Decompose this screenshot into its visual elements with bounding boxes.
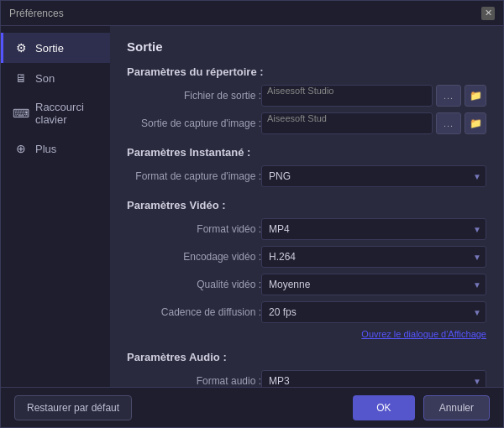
encodage-select-wrap: H.264 H.265 MPEG-4 ▼ [261,246,486,268]
affichage-link[interactable]: Ouvrez le dialogue d'Affichage [361,329,486,339]
encodage-select[interactable]: H.264 H.265 MPEG-4 [261,246,486,268]
section-audio: Paramètres Audio : [127,351,486,363]
close-button[interactable]: ✕ [481,7,495,20]
format-video-select[interactable]: MP4 MKV AVI [261,218,486,240]
sidebar-item-plus[interactable]: ⊕ Plus [1,133,110,164]
capture-path-row: Sortie de capture d'image : Aiseesoft St… [127,112,486,134]
encodage-row: Encodage vidéo : H.264 H.265 MPEG-4 ▼ [127,246,486,268]
sidebar-item-son[interactable]: 🖥 Son [1,63,110,93]
content-area: ⚙ Sortie 🖥 Son ⌨ Raccourci clavier ⊕ Plu… [1,26,503,387]
format-audio-control: MP3 AAC WAV ▼ [261,370,486,387]
qualite-video-label: Qualité vidéo : [127,279,261,290]
format-audio-row: Format audio : MP3 AAC WAV ▼ [127,370,486,387]
cadence-control: 20 fps 24 fps 30 fps 60 fps ▼ [261,301,486,323]
format-video-control: MP4 MKV AVI ▼ [261,218,486,240]
fichier-control: Aiseesoft Studio ... 📁 [261,85,486,107]
capture-label: Sortie de capture d'image : [127,117,261,129]
preferences-window: Préférences ✕ ⚙ Sortie 🖥 Son ⌨ Raccourci… [0,0,504,428]
affichage-link-row: Ouvrez le dialogue d'Affichage [127,329,486,339]
capture-folder-button[interactable]: 📁 [465,112,486,134]
action-buttons: OK Annuler [353,395,490,420]
section-video: Paramètres Vidéo : [127,199,486,211]
format-video-select-wrap: MP4 MKV AVI ▼ [261,218,486,240]
sidebar-item-raccourci[interactable]: ⌨ Raccourci clavier [1,93,110,133]
encodage-label: Encodage vidéo : [127,251,261,263]
fichier-folder-button[interactable]: 📁 [465,85,486,107]
capture-path: Aiseesoft Stud [261,112,433,134]
format-audio-select[interactable]: MP3 AAC WAV [261,370,486,387]
page-title: Sortie [127,39,486,54]
fichier-row: Fichier de sortie : Aiseesoft Studio ...… [127,85,486,107]
format-capture-label: Format de capture d'image : [127,170,261,182]
format-capture-control: PNG JPG BMP ▼ [261,165,486,187]
title-bar: Préférences ✕ [1,1,503,26]
sidebar-label-sortie: Sortie [35,42,64,55]
capture-dots-button[interactable]: ... [436,112,461,134]
section-instantane: Paramètres Instantané : [127,146,486,159]
cancel-button[interactable]: Annuler [423,395,490,420]
sortie-icon: ⚙ [13,40,29,55]
sidebar-label-raccourci: Raccourci clavier [35,101,100,126]
cadence-row: Cadence de diffusion : 20 fps 24 fps 30 … [127,301,486,323]
plus-icon: ⊕ [13,141,29,156]
encodage-control: H.264 H.265 MPEG-4 ▼ [261,246,486,268]
format-capture-row: Format de capture d'image : PNG JPG BMP … [127,165,486,187]
fichier-dots-button[interactable]: ... [436,85,461,107]
qualite-video-row: Qualité vidéo : Moyenne Haute Basse ▼ [127,274,486,295]
son-icon: 🖥 [13,70,29,86]
restore-button[interactable]: Restaurer par défaut [14,395,132,420]
cadence-select[interactable]: 20 fps 24 fps 30 fps 60 fps [261,301,486,323]
qualite-video-select-wrap: Moyenne Haute Basse ▼ [261,274,486,295]
format-capture-select[interactable]: PNG JPG BMP [261,165,486,187]
window-title: Préférences [9,8,64,19]
qualite-video-select[interactable]: Moyenne Haute Basse [261,274,486,295]
ok-button[interactable]: OK [353,395,414,420]
format-capture-select-wrap: PNG JPG BMP ▼ [261,165,486,187]
sidebar-label-plus: Plus [35,143,56,155]
cadence-label: Cadence de diffusion : [127,306,261,318]
fichier-path: Aiseesoft Studio [261,85,433,107]
qualite-video-control: Moyenne Haute Basse ▼ [261,274,486,295]
sidebar-item-sortie[interactable]: ⚙ Sortie [1,33,110,63]
format-audio-select-wrap: MP3 AAC WAV ▼ [261,370,486,387]
main-panel: Sortie Paramètres du répertoire : Fichie… [110,26,503,387]
raccourci-icon: ⌨ [13,106,29,121]
sidebar: ⚙ Sortie 🖥 Son ⌨ Raccourci clavier ⊕ Plu… [1,26,110,387]
format-video-row: Format vidéo : MP4 MKV AVI ▼ [127,218,486,240]
format-audio-label: Format audio : [127,375,261,387]
cadence-select-wrap: 20 fps 24 fps 30 fps 60 fps ▼ [261,301,486,323]
bottom-bar: Restaurer par défaut OK Annuler [1,387,503,427]
capture-control: Aiseesoft Stud ... 📁 [261,112,486,134]
format-video-label: Format vidéo : [127,223,261,235]
sidebar-label-son: Son [35,72,55,85]
fichier-label: Fichier de sortie : [127,90,261,102]
section-repertoire: Paramètres du répertoire : [127,65,486,78]
